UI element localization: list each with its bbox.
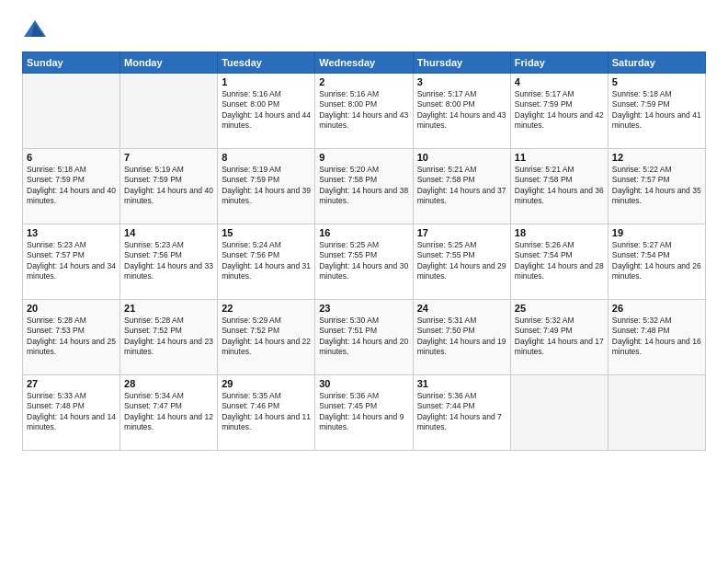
calendar-cell: 22Sunrise: 5:29 AMSunset: 7:52 PMDayligh…	[218, 300, 315, 375]
day-number: 22	[222, 303, 311, 314]
calendar-cell: 12Sunrise: 5:22 AMSunset: 7:57 PMDayligh…	[608, 149, 705, 224]
day-number: 25	[515, 303, 604, 314]
day-number: 29	[222, 378, 311, 389]
calendar-cell: 24Sunrise: 5:31 AMSunset: 7:50 PMDayligh…	[413, 300, 510, 375]
day-number: 10	[417, 152, 506, 163]
calendar-cell: 8Sunrise: 5:19 AMSunset: 7:59 PMDaylight…	[218, 149, 315, 224]
day-header-saturday: Saturday	[608, 52, 705, 74]
cell-details: Sunrise: 5:16 AMSunset: 8:00 PMDaylight:…	[319, 89, 408, 132]
day-number: 3	[417, 76, 506, 87]
calendar-cell: 6Sunrise: 5:18 AMSunset: 7:59 PMDaylight…	[23, 149, 120, 224]
cell-details: Sunrise: 5:27 AMSunset: 7:54 PMDaylight:…	[612, 240, 701, 282]
cell-details: Sunrise: 5:23 AMSunset: 7:56 PMDaylight:…	[124, 240, 213, 282]
calendar-table: SundayMondayTuesdayWednesdayThursdayFrid…	[22, 52, 706, 451]
day-number: 6	[27, 152, 116, 163]
cell-details: Sunrise: 5:21 AMSunset: 7:58 PMDaylight:…	[417, 165, 506, 207]
day-number: 31	[417, 378, 506, 389]
calendar-cell: 19Sunrise: 5:27 AMSunset: 7:54 PMDayligh…	[608, 224, 705, 300]
day-number: 7	[124, 152, 213, 163]
calendar-week-5: 27Sunrise: 5:33 AMSunset: 7:48 PMDayligh…	[23, 375, 706, 451]
logo-icon	[22, 17, 48, 42]
day-number: 2	[319, 76, 408, 87]
calendar-cell	[23, 74, 120, 149]
calendar-cell: 31Sunrise: 5:36 AMSunset: 7:44 PMDayligh…	[413, 375, 510, 451]
cell-details: Sunrise: 5:28 AMSunset: 7:53 PMDaylight:…	[27, 316, 116, 358]
calendar-week-1: 1Sunrise: 5:16 AMSunset: 8:00 PMDaylight…	[23, 74, 706, 149]
day-number: 9	[319, 152, 408, 163]
cell-details: Sunrise: 5:32 AMSunset: 7:49 PMDaylight:…	[515, 316, 604, 358]
cell-details: Sunrise: 5:19 AMSunset: 7:59 PMDaylight:…	[222, 165, 311, 207]
day-number: 23	[319, 303, 408, 314]
calendar-cell: 28Sunrise: 5:34 AMSunset: 7:47 PMDayligh…	[120, 375, 218, 451]
day-header-tuesday: Tuesday	[218, 52, 315, 74]
cell-details: Sunrise: 5:28 AMSunset: 7:52 PMDaylight:…	[124, 316, 213, 358]
day-number: 19	[612, 227, 701, 238]
logo	[22, 17, 51, 42]
cell-details: Sunrise: 5:36 AMSunset: 7:45 PMDaylight:…	[319, 391, 408, 433]
calendar-cell: 21Sunrise: 5:28 AMSunset: 7:52 PMDayligh…	[120, 300, 218, 375]
calendar-cell: 25Sunrise: 5:32 AMSunset: 7:49 PMDayligh…	[510, 300, 608, 375]
day-header-monday: Monday	[120, 52, 218, 74]
day-number: 16	[319, 227, 408, 238]
cell-details: Sunrise: 5:21 AMSunset: 7:58 PMDaylight:…	[515, 165, 604, 207]
cell-details: Sunrise: 5:31 AMSunset: 7:50 PMDaylight:…	[417, 316, 506, 358]
calendar-cell: 27Sunrise: 5:33 AMSunset: 7:48 PMDayligh…	[23, 375, 120, 451]
cell-details: Sunrise: 5:24 AMSunset: 7:56 PMDaylight:…	[222, 240, 311, 282]
calendar-cell: 20Sunrise: 5:28 AMSunset: 7:53 PMDayligh…	[23, 300, 120, 375]
calendar-cell: 9Sunrise: 5:20 AMSunset: 7:58 PMDaylight…	[315, 149, 413, 224]
day-number: 26	[612, 303, 701, 314]
calendar-week-4: 20Sunrise: 5:28 AMSunset: 7:53 PMDayligh…	[23, 300, 706, 375]
day-number: 5	[612, 76, 701, 87]
calendar-cell: 7Sunrise: 5:19 AMSunset: 7:59 PMDaylight…	[120, 149, 218, 224]
cell-details: Sunrise: 5:23 AMSunset: 7:57 PMDaylight:…	[27, 240, 116, 282]
day-number: 24	[417, 303, 506, 314]
calendar-cell	[510, 375, 608, 451]
cell-details: Sunrise: 5:19 AMSunset: 7:59 PMDaylight:…	[124, 165, 213, 207]
cell-details: Sunrise: 5:17 AMSunset: 7:59 PMDaylight:…	[515, 89, 604, 132]
calendar-cell: 16Sunrise: 5:25 AMSunset: 7:55 PMDayligh…	[315, 224, 413, 300]
cell-details: Sunrise: 5:18 AMSunset: 7:59 PMDaylight:…	[612, 89, 701, 132]
cell-details: Sunrise: 5:30 AMSunset: 7:51 PMDaylight:…	[319, 316, 408, 358]
calendar-cell: 10Sunrise: 5:21 AMSunset: 7:58 PMDayligh…	[413, 149, 510, 224]
cell-details: Sunrise: 5:22 AMSunset: 7:57 PMDaylight:…	[612, 165, 701, 207]
calendar-cell: 29Sunrise: 5:35 AMSunset: 7:46 PMDayligh…	[218, 375, 315, 451]
cell-details: Sunrise: 5:25 AMSunset: 7:55 PMDaylight:…	[319, 240, 408, 282]
cell-details: Sunrise: 5:36 AMSunset: 7:44 PMDaylight:…	[417, 391, 506, 433]
calendar-cell	[608, 375, 705, 451]
day-number: 8	[222, 152, 311, 163]
calendar-cell: 15Sunrise: 5:24 AMSunset: 7:56 PMDayligh…	[218, 224, 315, 300]
cell-details: Sunrise: 5:18 AMSunset: 7:59 PMDaylight:…	[27, 165, 116, 207]
day-header-thursday: Thursday	[413, 52, 510, 74]
day-header-sunday: Sunday	[23, 52, 120, 74]
cell-details: Sunrise: 5:33 AMSunset: 7:48 PMDaylight:…	[27, 391, 116, 433]
day-number: 20	[27, 303, 116, 314]
day-header-friday: Friday	[510, 52, 608, 74]
cell-details: Sunrise: 5:34 AMSunset: 7:47 PMDaylight:…	[124, 391, 213, 433]
calendar-week-3: 13Sunrise: 5:23 AMSunset: 7:57 PMDayligh…	[23, 224, 706, 300]
calendar-cell: 18Sunrise: 5:26 AMSunset: 7:54 PMDayligh…	[510, 224, 608, 300]
calendar-cell: 5Sunrise: 5:18 AMSunset: 7:59 PMDaylight…	[608, 74, 705, 149]
calendar-cell	[120, 74, 218, 149]
calendar-cell: 17Sunrise: 5:25 AMSunset: 7:55 PMDayligh…	[413, 224, 510, 300]
calendar-header-row: SundayMondayTuesdayWednesdayThursdayFrid…	[23, 52, 706, 74]
calendar-cell: 1Sunrise: 5:16 AMSunset: 8:00 PMDaylight…	[218, 74, 315, 149]
day-number: 27	[27, 378, 116, 389]
day-number: 17	[417, 227, 506, 238]
day-header-wednesday: Wednesday	[315, 52, 413, 74]
cell-details: Sunrise: 5:20 AMSunset: 7:58 PMDaylight:…	[319, 165, 408, 207]
calendar-cell: 30Sunrise: 5:36 AMSunset: 7:45 PMDayligh…	[315, 375, 413, 451]
calendar-cell: 13Sunrise: 5:23 AMSunset: 7:57 PMDayligh…	[23, 224, 120, 300]
calendar-week-2: 6Sunrise: 5:18 AMSunset: 7:59 PMDaylight…	[23, 149, 706, 224]
cell-details: Sunrise: 5:32 AMSunset: 7:48 PMDaylight:…	[612, 316, 701, 358]
day-number: 14	[124, 227, 213, 238]
calendar-cell: 3Sunrise: 5:17 AMSunset: 8:00 PMDaylight…	[413, 74, 510, 149]
header	[22, 17, 706, 42]
calendar-body: 1Sunrise: 5:16 AMSunset: 8:00 PMDaylight…	[23, 74, 706, 451]
day-number: 28	[124, 378, 213, 389]
day-number: 15	[222, 227, 311, 238]
cell-details: Sunrise: 5:17 AMSunset: 8:00 PMDaylight:…	[417, 89, 506, 132]
cell-details: Sunrise: 5:26 AMSunset: 7:54 PMDaylight:…	[515, 240, 604, 282]
cell-details: Sunrise: 5:29 AMSunset: 7:52 PMDaylight:…	[222, 316, 311, 358]
day-number: 12	[612, 152, 701, 163]
calendar-cell: 2Sunrise: 5:16 AMSunset: 8:00 PMDaylight…	[315, 74, 413, 149]
